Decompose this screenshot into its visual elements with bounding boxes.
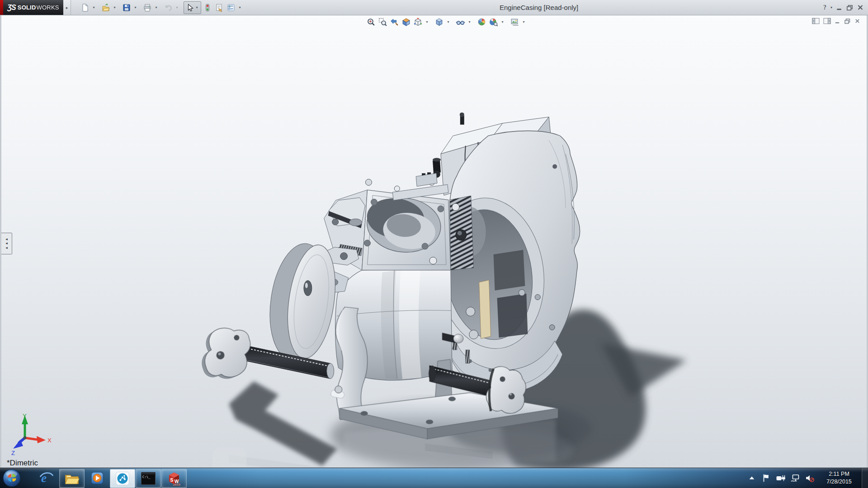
save-dropdown[interactable]: ▾ (133, 5, 138, 9)
windows-taskbar: eC:\_SW2015 2:11 PM 7/28/2015 (0, 468, 868, 488)
windows-explorer-icon (64, 471, 80, 486)
action-center-flag-icon[interactable] (761, 473, 772, 483)
print-button[interactable] (142, 2, 153, 14)
rebuild-button[interactable] (202, 2, 213, 14)
help-dropdown-button[interactable]: ▾ (830, 3, 832, 12)
hide-show-items-dropdown[interactable]: ▾ (467, 20, 472, 24)
section-view-button[interactable] (401, 17, 411, 27)
power-plug-icon[interactable] (775, 473, 786, 483)
windows-media-player-icon (90, 470, 105, 486)
select-button[interactable]: ▾ (184, 1, 201, 14)
solidworks-logo-icon: ƷS (7, 4, 15, 12)
print-icon (143, 3, 152, 12)
view-orientation-button[interactable] (413, 17, 423, 27)
previous-view-button[interactable] (389, 17, 400, 27)
view-settings-dropdown[interactable]: ▾ (521, 20, 526, 24)
network-app-taskbar-button[interactable] (110, 469, 135, 488)
pane-right-button[interactable] (823, 18, 831, 24)
windows-media-player-taskbar-button[interactable] (85, 469, 109, 487)
file-properties-icon (215, 3, 224, 12)
title-bar: ƷS SOLID WORKS ▸ ▾▾▾▾▾▾▾ EngineCasing [R… (0, 0, 868, 15)
view-orientation-label: *Dimetric (7, 459, 38, 468)
document-title: EngineCasing [Read-only] (500, 0, 578, 15)
hide-show-items-icon (456, 17, 465, 27)
window-accent-edge (0, 0, 3, 15)
taskbar-items: eC:\_SW2015 (34, 469, 187, 488)
new-document-dropdown[interactable]: ▾ (91, 5, 96, 9)
network-status-icon[interactable] (790, 473, 801, 483)
open-dropdown[interactable]: ▾ (112, 5, 117, 9)
engine-casing-model[interactable] (1, 15, 867, 468)
display-style-button[interactable] (434, 17, 444, 27)
internet-explorer-taskbar-button[interactable]: e (34, 469, 59, 487)
options-icon (226, 3, 236, 12)
apply-scene-button[interactable] (488, 17, 499, 27)
doc-minimize-button[interactable] (835, 18, 840, 24)
display-style-dropdown[interactable]: ▾ (446, 20, 451, 24)
orientation-triad: Y X Z (8, 412, 57, 459)
clock[interactable]: 2:11 PM 7/28/2015 (819, 470, 859, 486)
svg-text:S: S (170, 478, 174, 483)
triad-y-label: Y (23, 413, 27, 419)
network-app-icon (115, 471, 130, 486)
undo-button (163, 2, 174, 14)
undo-dropdown: ▾ (175, 5, 179, 9)
show-hidden-icons-button[interactable] (746, 473, 757, 483)
solidworks-2015-taskbar-button[interactable]: SW2015 (161, 469, 187, 488)
start-button[interactable] (2, 469, 21, 488)
file-properties-button[interactable] (214, 2, 225, 14)
undo-icon (164, 3, 173, 12)
solidworks-menu-button[interactable]: ƷS SOLID WORKS (3, 0, 63, 15)
expand-arrow-icon: ◂ (5, 246, 8, 250)
main-toolbar: ▾▾▾▾▾▾▾ (80, 0, 245, 15)
rebuild-icon (203, 3, 212, 12)
heads-up-view-toolbar: ▾▾▾▾▾ (366, 17, 529, 27)
select-dropdown[interactable]: ▾ (194, 5, 199, 9)
new-document-icon (80, 3, 90, 12)
help-button[interactable]: ? (823, 3, 826, 12)
apply-scene-dropdown[interactable]: ▾ (500, 20, 505, 24)
internet-explorer-icon: e (39, 470, 54, 486)
edit-appearance-icon (477, 17, 486, 27)
print-dropdown[interactable]: ▾ (154, 5, 159, 9)
triad-z-label: Z (11, 450, 15, 456)
new-document-button[interactable] (80, 2, 90, 14)
feature-panel-expand-tab[interactable]: ◂ ◂ ◂ (1, 233, 12, 254)
menu-flyout-arrow[interactable]: ▸ (63, 0, 71, 15)
view-orientation-dropdown[interactable]: ▾ (425, 20, 429, 24)
brand-name-bold: SOLID (18, 4, 36, 11)
zoom-to-area-icon (378, 17, 387, 27)
doc-close-button[interactable] (854, 18, 860, 24)
options-dropdown[interactable]: ▾ (237, 5, 242, 9)
command-prompt-taskbar-button[interactable]: C:\_ (136, 469, 161, 488)
save-button[interactable] (121, 2, 132, 14)
solidworks-2015-icon: SW2015 (166, 471, 182, 486)
window-controls: ?▾ (823, 0, 863, 15)
zoom-to-fit-icon (366, 17, 376, 27)
windows-explorer-taskbar-button[interactable] (59, 469, 85, 488)
view-settings-button[interactable] (509, 17, 520, 27)
pane-left-button[interactable] (812, 18, 820, 24)
zoom-to-area-button[interactable] (377, 17, 388, 27)
view-settings-icon (510, 17, 519, 27)
cover-disc (263, 240, 342, 364)
options-button[interactable] (226, 2, 236, 14)
show-desktop-button[interactable] (861, 468, 868, 488)
open-button[interactable] (100, 2, 111, 14)
svg-text:C:\_: C:\_ (142, 475, 151, 479)
close-button[interactable] (857, 3, 863, 12)
clock-time: 2:11 PM (819, 470, 859, 478)
zoom-to-fit-button[interactable] (366, 17, 376, 27)
previous-view-icon (390, 17, 399, 27)
clock-date: 7/28/2015 (819, 478, 859, 486)
restore-button[interactable] (846, 3, 853, 12)
minimize-button[interactable] (836, 3, 842, 12)
svg-text:2015: 2015 (173, 483, 180, 486)
volume-muted-icon[interactable] (804, 473, 815, 483)
display-style-icon (434, 17, 444, 27)
edit-appearance-button[interactable] (476, 17, 487, 27)
graphics-viewport[interactable]: ▾▾▾▾▾ ◂ ◂ ◂ Y X Z *Dimetric (0, 15, 868, 468)
hide-show-items-button[interactable] (455, 17, 466, 27)
apply-scene-icon (489, 17, 498, 27)
doc-restore-button[interactable] (844, 18, 851, 24)
